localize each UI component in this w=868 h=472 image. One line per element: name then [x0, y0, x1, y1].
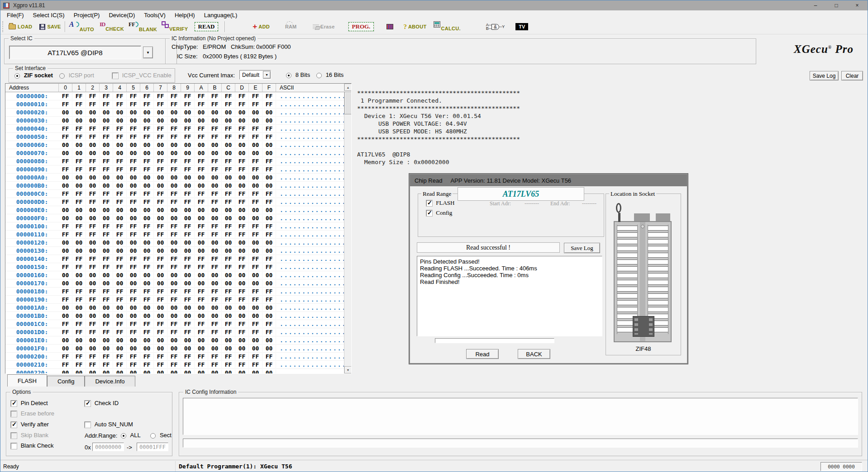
load-button[interactable]: LOAD [9, 24, 32, 29]
prog-button[interactable]: PROG. [348, 22, 374, 31]
programmer-status: Default Programmer(1): XGecu T56 [179, 463, 292, 470]
menu-item[interactable]: File(F) [2, 11, 29, 19]
table-row: 000000B0: 000000000000000000000000000000… [5, 182, 351, 190]
dialog-save-log-button[interactable]: Save Log [564, 243, 600, 253]
ic-test-button[interactable] [386, 24, 393, 29]
auto-button[interactable]: A AUTO [69, 23, 94, 31]
table-row: 00000200: FFFFFFFFFFFFFFFFFFFFFFFFFFFFFF… [5, 353, 351, 361]
addr-from-field[interactable]: 00000000 [92, 443, 124, 451]
about-button[interactable]: ? ABOUT [403, 23, 426, 31]
byte-column-header: 0 [59, 84, 72, 92]
config-label: Config [436, 209, 452, 216]
minimize-button[interactable]: – [805, 0, 826, 10]
dip8-chip-icon [633, 316, 654, 337]
save-button[interactable]: SAVE [39, 24, 61, 30]
buffer-tab[interactable]: FLASH [7, 374, 47, 387]
byte-column-header: F [262, 84, 276, 92]
config-checkbox[interactable] [426, 210, 432, 216]
dialog-title-bar: Chip Read APP Version: 11.81 Device Mode… [410, 175, 687, 186]
blank-button[interactable]: FF BLANK [129, 23, 157, 31]
read-button[interactable]: READ [195, 22, 219, 31]
hex-editor[interactable]: Address 0123456789ABCDEF ASCII 00000000:… [5, 83, 352, 374]
verify-button[interactable]: VERIFY [162, 24, 188, 30]
table-row: 000000E0: 000000000000000000000000000000… [5, 206, 351, 214]
scroll-down-icon[interactable]: ▼ [344, 366, 352, 373]
row-ascii: ................ [276, 280, 351, 287]
check-id-checkbox[interactable] [85, 401, 91, 406]
addr-range-all-radio[interactable] [121, 433, 126, 439]
row-ascii: ................ [276, 190, 351, 197]
auto-icon: A [69, 21, 79, 28]
end-adr-value: -------- [582, 200, 596, 207]
ic-chip-icon [386, 24, 393, 29]
row-address: 00000140: [5, 255, 59, 262]
table-row: 00000170: 000000000000000000000000000000… [5, 279, 351, 288]
logic-gate-button[interactable]: AB & Y [486, 23, 505, 30]
table-row: 000001C0: FFFFFFFFFFFFFFFFFFFFFFFFFFFFFF… [5, 320, 351, 328]
byte-column-header: 4 [113, 84, 127, 92]
calcu-button[interactable]: CALCU. [434, 24, 460, 30]
table-row: 000000A0: 000000000000000000000000000000… [5, 174, 351, 182]
16bits-radio[interactable] [316, 73, 322, 78]
hex-scrollbar[interactable]: ▲ ▼ [344, 84, 351, 373]
row-ascii: ................ [276, 142, 351, 148]
row-ascii: ................ [276, 264, 351, 270]
menu-item[interactable]: Select IC(S) [29, 11, 69, 19]
dialog-log-line: Reading Config ...Succeeded. Time : 0ms [420, 272, 599, 278]
addr-to-field[interactable]: 00001FFF [137, 443, 168, 451]
clear-button[interactable]: Clear [841, 71, 863, 80]
row-address: 00000110: [5, 231, 59, 238]
erase-before-checkbox [11, 411, 17, 417]
verify-squares-icon [162, 21, 169, 28]
log-line: ****************************************… [357, 89, 692, 97]
read-action-button[interactable]: Read [466, 349, 499, 359]
add-button[interactable]: + ADD [253, 24, 270, 30]
row-address: 000001C0: [5, 321, 59, 327]
auto-sn-checkbox[interactable] [85, 422, 91, 428]
table-row: 000001A0: 000000000000000000000000000000… [5, 304, 351, 312]
verify-after-checkbox[interactable] [11, 422, 17, 428]
close-button[interactable]: × [847, 0, 868, 10]
addr-range-sect-radio[interactable] [150, 433, 156, 439]
back-button[interactable]: BACK [518, 349, 550, 359]
flash-checkbox[interactable] [426, 200, 432, 206]
save-log-button[interactable]: Save Log [810, 71, 839, 80]
end-adr-label: End Adr: [550, 200, 570, 207]
row-ascii: ................ [276, 353, 351, 360]
8bits-radio[interactable] [286, 73, 291, 78]
menu-item[interactable]: Help(H) [170, 11, 200, 19]
menu-item[interactable]: Language(L) [200, 11, 242, 19]
table-row: 00000030: 000000000000000000000000000000… [5, 117, 351, 125]
icsp-vcc-label: ICSP_VCC Enable [122, 72, 172, 79]
address-column-header: Address [5, 84, 59, 92]
menu-item[interactable]: Project(P) [69, 11, 105, 19]
row-ascii: ................ [276, 361, 351, 368]
byte-column-header: 1 [72, 84, 86, 92]
device-log: ****************************************… [357, 89, 692, 166]
selected-ic-combobox[interactable]: AT17LV65 @DIP8 [9, 46, 141, 59]
tv-button[interactable]: TV [515, 23, 528, 30]
row-address: 00000000: [5, 93, 59, 99]
row-address: 00000010: [5, 101, 59, 108]
8bits-label: 8 Bits [296, 71, 310, 78]
vcc-current-select[interactable]: Default ▼ [239, 70, 271, 80]
ic-dropdown-button[interactable]: ▼ [143, 47, 153, 58]
pin-detect-checkbox[interactable] [11, 401, 17, 406]
start-adr-value: -------- [525, 200, 539, 207]
blank-check-checkbox[interactable] [11, 443, 17, 449]
maximize-button[interactable]: □ [826, 0, 847, 10]
zif-socket-radio[interactable] [14, 73, 20, 79]
menu-item[interactable]: Tools(V) [139, 11, 170, 19]
vcc-dropdown-button[interactable]: ▼ [263, 71, 271, 79]
check-button[interactable]: ID CHECK [100, 23, 124, 30]
row-ascii: ................ [276, 223, 351, 230]
ic-config-display [183, 398, 858, 435]
buffer-tab[interactable]: Config [47, 376, 85, 387]
scroll-up-icon[interactable]: ▲ [344, 84, 352, 91]
scrollbar-thumb[interactable] [344, 92, 352, 114]
menu-item[interactable]: Device(D) [104, 11, 139, 19]
row-address: 00000130: [5, 247, 59, 254]
ascii-column-header: ASCII [276, 84, 351, 92]
buffer-tab[interactable]: Device.Info [85, 376, 135, 387]
hex-prefix-label: 0x [85, 444, 91, 451]
